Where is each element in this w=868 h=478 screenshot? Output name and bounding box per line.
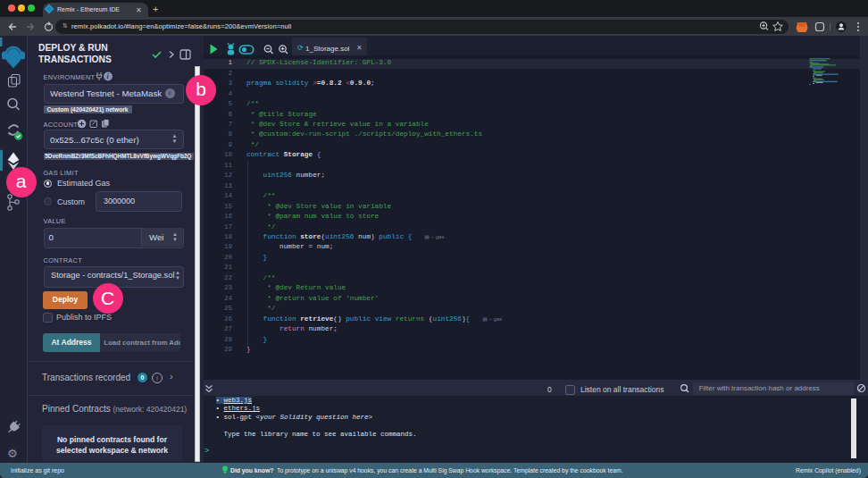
svg-text:⚙: ⚙ — [7, 447, 18, 460]
